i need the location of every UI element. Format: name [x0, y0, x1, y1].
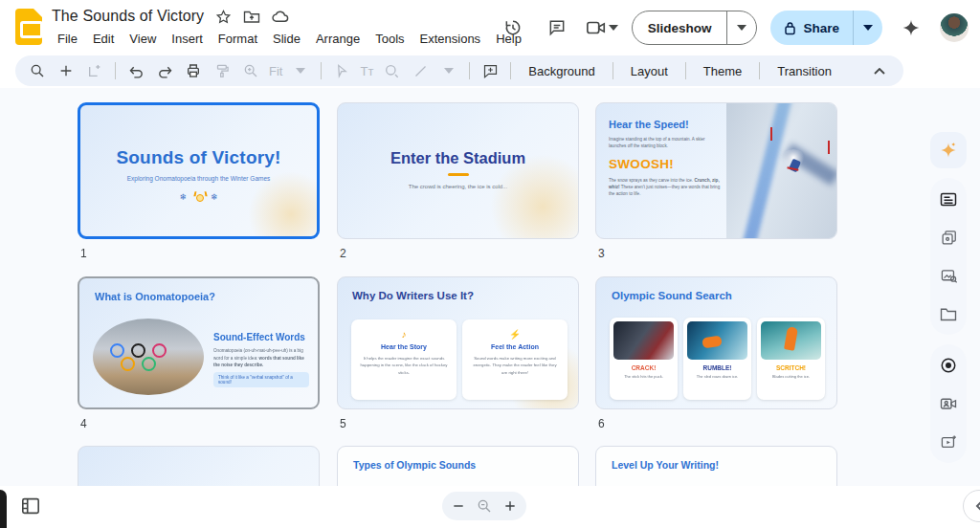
- slide3-body2: The snow sprays as they carve into the i…: [609, 177, 721, 198]
- zoom-controls: [442, 492, 526, 520]
- slide8-title: Types of Olympic Sounds: [353, 459, 476, 471]
- slide9-title: Level Up Your Writing!: [612, 459, 719, 471]
- slide3-body1: Imagine standing at the top of a mountai…: [609, 136, 721, 150]
- menu-tools[interactable]: Tools: [368, 29, 412, 49]
- zoom-in-icon[interactable]: [238, 58, 263, 83]
- menu-slide[interactable]: Slide: [265, 29, 308, 49]
- lock-icon: [784, 21, 796, 35]
- move-folder-icon[interactable]: [243, 9, 260, 24]
- filmstrip-toggle-icon[interactable]: [21, 497, 40, 515]
- add-comment-icon[interactable]: [478, 58, 502, 83]
- gemini-sparkle-icon[interactable]: [896, 12, 926, 43]
- paint-format-icon[interactable]: [210, 58, 234, 83]
- undo-icon[interactable]: [123, 58, 148, 83]
- slide-thumbnail-2[interactable]: Enter the Stadium The crowd is cheering,…: [337, 102, 579, 239]
- share-button[interactable]: Share: [770, 11, 853, 45]
- export-play-icon[interactable]: [939, 432, 958, 451]
- app-header: The Sounds of Victory File Edit View Ins…: [0, 0, 980, 54]
- menu-view[interactable]: View: [122, 29, 164, 49]
- transition-button[interactable]: Transition: [768, 64, 841, 78]
- folder-icon[interactable]: [939, 304, 958, 323]
- menu-bar: File Edit View Insert Format Slide Arran…: [50, 29, 529, 49]
- slide1-title: Sounds of Victory!: [80, 147, 317, 168]
- background-button[interactable]: Background: [519, 64, 604, 78]
- slide5-title: Why Do Writers Use It?: [352, 290, 474, 301]
- fit-zoom-select[interactable]: Fit: [267, 64, 284, 78]
- menu-format[interactable]: Format: [211, 29, 265, 49]
- plus-icon[interactable]: [54, 58, 78, 83]
- print-icon[interactable]: [181, 58, 206, 83]
- duplicate-frames-icon[interactable]: [939, 228, 958, 247]
- share-split-button: Share: [770, 11, 882, 45]
- meet-camera-button[interactable]: [586, 19, 618, 36]
- menu-insert[interactable]: Insert: [164, 29, 211, 49]
- zoom-out-icon[interactable]: [452, 499, 465, 513]
- document-title[interactable]: The Sounds of Victory: [52, 8, 204, 25]
- slide6-card-rumble: RUMBLE! The sled roars down ice.: [683, 318, 751, 400]
- slides-logo-icon[interactable]: [15, 9, 42, 45]
- select-cursor-icon[interactable]: [329, 58, 354, 83]
- new-slide-icon[interactable]: [82, 58, 107, 83]
- slide-number: 4: [80, 417, 87, 430]
- slide-number: 1: [80, 247, 87, 260]
- comments-icon[interactable]: [542, 12, 572, 43]
- zoom-in-icon[interactable]: [503, 499, 517, 513]
- lightning-icon: ⚡: [462, 329, 568, 340]
- slide4-heading: Sound-Effect Words: [213, 332, 305, 342]
- slide3-sound-word: SWOOSH!: [609, 157, 721, 171]
- music-note-icon: ♪: [351, 329, 457, 340]
- chevron-down-icon: [863, 25, 873, 31]
- menu-extensions[interactable]: Extensions: [412, 29, 489, 49]
- toolbar: Fit Tт Background Layout Theme Transitio…: [15, 55, 903, 86]
- meet-camera-icon: [586, 19, 607, 36]
- notes-card-icon[interactable]: [939, 189, 958, 209]
- slide-thumbnail-4[interactable]: What is Onomatopoeia? Sound-Effect Words…: [78, 276, 320, 409]
- slide6-card-scritch: SCRITCH! Blades cutting the ice.: [757, 318, 825, 400]
- slide-thumbnail-6[interactable]: Olympic Sound Search CRACK! The stick hi…: [595, 276, 837, 409]
- record-icon[interactable]: [939, 356, 958, 375]
- version-history-icon[interactable]: [498, 12, 528, 43]
- layout-button[interactable]: Layout: [621, 64, 678, 78]
- menu-edit[interactable]: Edit: [85, 29, 122, 49]
- accent-bar: [448, 173, 469, 176]
- slideshow-button[interactable]: Slideshow: [633, 11, 727, 44]
- account-avatar[interactable]: [940, 13, 969, 42]
- chevron-down-icon: [609, 25, 618, 31]
- camera-person-icon[interactable]: [939, 394, 958, 413]
- slide4-callout: Think of it like a "verbal snapshot" of …: [213, 372, 309, 387]
- slide6-card-crack: CRACK! The stick hits the puck.: [610, 318, 678, 400]
- skater-photo: [761, 321, 821, 360]
- snowflake-icon: ❄: [179, 192, 187, 202]
- shape-icon[interactable]: [379, 58, 404, 83]
- image-search-icon[interactable]: [939, 266, 958, 285]
- zoom-reset-icon[interactable]: [477, 498, 492, 514]
- slideshow-split-button: Slideshow: [632, 11, 758, 45]
- olympic-rings-photo: [93, 319, 204, 395]
- share-dropdown[interactable]: [853, 11, 882, 45]
- side-panel-rail: [930, 132, 967, 463]
- menu-arrange[interactable]: Arrange: [308, 29, 368, 49]
- slide-thumbnail-1[interactable]: Sounds of Victory! Exploring Onomatopoei…: [78, 102, 320, 239]
- star-icon[interactable]: [215, 9, 232, 25]
- redo-icon[interactable]: [152, 58, 177, 83]
- menu-file[interactable]: File: [50, 29, 85, 49]
- chevron-down-icon[interactable]: [436, 58, 461, 83]
- slide-thumbnail-5[interactable]: Why Do Writers Use It? ♪ Hear the Story …: [337, 276, 579, 409]
- gemini-sparkle-icon[interactable]: [930, 132, 967, 168]
- line-icon[interactable]: [408, 58, 433, 83]
- slide5-card-feel: ⚡ Feel the Action Sound words make writi…: [462, 319, 568, 400]
- chevron-down-icon[interactable]: [288, 58, 313, 83]
- sled-photo: [687, 321, 747, 360]
- slide-number: 3: [598, 247, 605, 260]
- slide-number: 5: [340, 417, 346, 430]
- slideshow-dropdown[interactable]: [726, 11, 756, 44]
- slide-thumbnail-3[interactable]: Hear the Speed! Imagine standing at the …: [595, 102, 837, 239]
- hide-menus-icon[interactable]: [867, 58, 892, 83]
- theme-button[interactable]: Theme: [694, 64, 751, 78]
- search-icon[interactable]: [25, 58, 50, 83]
- cloud-saved-icon[interactable]: [272, 10, 290, 24]
- text-box-icon[interactable]: Tт: [358, 64, 375, 78]
- slide-number: 6: [598, 417, 605, 430]
- collapse-panel-icon[interactable]: [963, 490, 980, 522]
- hockey-photo: [613, 321, 674, 360]
